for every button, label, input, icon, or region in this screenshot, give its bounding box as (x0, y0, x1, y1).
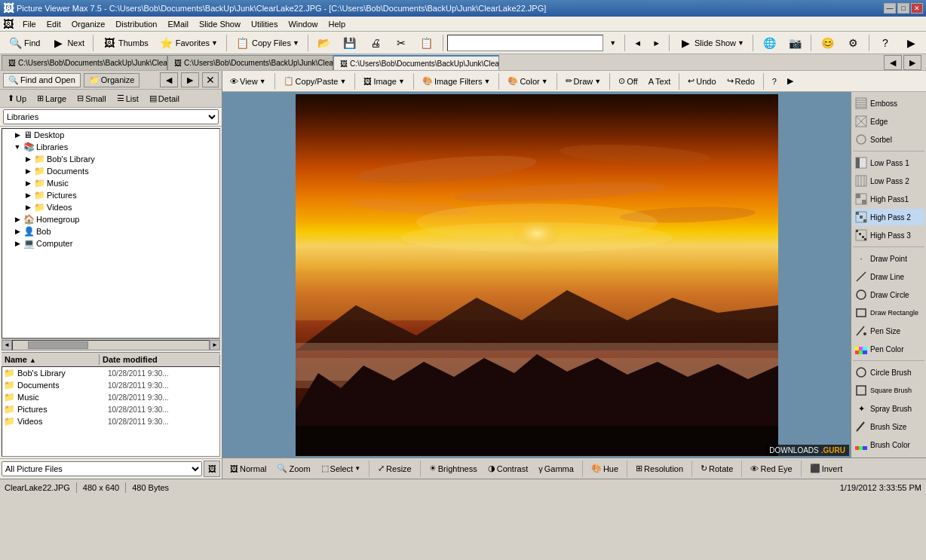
undo-btn[interactable]: ↩ Undo (683, 74, 720, 88)
tree-hscrollbar[interactable]: ◄ ► (2, 338, 220, 350)
help-btn[interactable]: ? (873, 33, 897, 53)
tree-homegroup[interactable]: ▶ 🏠 Homegroup (2, 213, 219, 225)
color-btn[interactable]: 🎨 Color ▼ (503, 74, 552, 88)
expand-homegroup[interactable]: ▶ (13, 216, 22, 223)
image-filters-btn[interactable]: 🎨 Image Filters ▼ (418, 74, 495, 88)
tab-clearlake21[interactable]: 🖼 C:\Users\Bob\Documents\BackUp\Junk\Cle… (167, 55, 333, 70)
tree-computer[interactable]: ▶ 💻 Computer (2, 237, 219, 249)
file-row-pictures[interactable]: 📁 Pictures 10/28/2011 9:30... (2, 403, 219, 415)
tab-clearlake20[interactable]: 🖼 C:\Users\Bob\Documents\BackUp\Junk\Cle… (2, 55, 167, 70)
find-button[interactable]: 🔍 Find (3, 33, 44, 53)
menu-window[interactable]: Window (284, 18, 322, 30)
menu-edit[interactable]: Edit (42, 18, 66, 30)
toolbar-icon-btn1[interactable]: 📂 (312, 33, 336, 53)
rt-draw-line[interactable]: Draw Line (853, 268, 924, 285)
file-row-documents[interactable]: 📁 Documents 10/28/2011 9:30... (2, 379, 219, 391)
copy-paste-btn[interactable]: 📋 Copy/Paste ▼ (279, 74, 351, 88)
rt-emboss[interactable]: Emboss (853, 95, 924, 112)
rt-high-pass-3[interactable]: High Pass 3 (853, 227, 924, 243)
close-button[interactable]: ✕ (911, 3, 923, 14)
draw-btn[interactable]: ✏ Draw ▼ (561, 74, 606, 88)
brightness-btn[interactable]: ☀ Brightness (425, 461, 482, 476)
list-btn[interactable]: ☰ List (112, 91, 143, 106)
expand-videos[interactable]: ▶ (23, 203, 32, 211)
view-btn[interactable]: 👁 View ▼ (225, 75, 271, 88)
rt-sorbel[interactable]: Sorbel (853, 131, 924, 148)
menu-slideshow[interactable]: Slide Show (195, 18, 245, 30)
address-bar[interactable]: C:\Users\Bob\Documents\BackUp\Junk\ (447, 35, 603, 51)
nav-forward-btn[interactable]: ► (648, 36, 665, 50)
expand-desktop[interactable]: ▶ (13, 131, 22, 139)
up-btn[interactable]: ⬆ Up (3, 91, 31, 106)
menu-utilities[interactable]: Utilities (247, 18, 282, 30)
file-row-bobs-library[interactable]: 📁 Bob's Library 10/28/2011 9:30... (2, 367, 219, 379)
normal-btn[interactable]: 🖼 Normal (225, 462, 271, 476)
rt-pen-size[interactable]: Pen Size (853, 323, 924, 339)
red-eye-btn[interactable]: 👁 Red Eye (746, 462, 796, 476)
tree-videos[interactable]: ▶ 📁 Videos (2, 201, 219, 213)
rt-spray-brush[interactable]: ✦ Spray Brush (853, 400, 924, 417)
expand-documents[interactable]: ▶ (23, 167, 32, 175)
rt-draw-point[interactable]: · Draw Point (853, 250, 924, 267)
rt-circle-brush[interactable]: Circle Brush (853, 364, 924, 381)
small-btn[interactable]: ⊟ Small (72, 91, 111, 106)
expand-bob[interactable]: ▶ (13, 228, 22, 235)
rt-edge[interactable]: Edge (853, 113, 924, 130)
rt-draw-circle[interactable]: Draw Circle (853, 286, 924, 303)
detail-btn[interactable]: ▤ Detail (145, 91, 184, 106)
col-name[interactable]: Name ▲ (2, 354, 100, 365)
redo-btn[interactable]: ↪ Redo (722, 74, 759, 88)
expand-music[interactable]: ▶ (23, 179, 32, 187)
rotate-btn[interactable]: ↻ Rotate (696, 461, 737, 476)
select-btn[interactable]: ⬚ Select ▼ (317, 461, 366, 476)
address-dropdown-btn[interactable]: ▼ (605, 37, 621, 49)
hue-btn[interactable]: 🎨 Hue (587, 461, 623, 476)
panel-nav-right[interactable]: ► (181, 72, 199, 87)
hscroll-left-btn[interactable]: ◄ (2, 340, 12, 350)
rt-square-brush[interactable]: Square Brush (853, 382, 924, 399)
filter-icon-btn[interactable]: 🖼 (204, 461, 220, 477)
find-open-btn[interactable]: 🔍 Find and Open (3, 73, 81, 87)
rt-low-pass-1[interactable]: Low Pass 1 (853, 155, 924, 171)
copy-files-button[interactable]: 📋 Copy Files ▼ (231, 33, 304, 53)
rt-draw-rectangle[interactable]: Draw Rectangle (853, 304, 924, 321)
web-btn[interactable]: 🌐 (757, 33, 781, 53)
thumbs-button[interactable]: 🖼 Thumbs (97, 33, 153, 53)
expand-pictures[interactable]: ▶ (23, 191, 32, 199)
libraries-select[interactable]: Libraries (3, 109, 219, 124)
organize-btn[interactable]: 📁 Organize (84, 73, 140, 87)
toolbar-icon-btn5[interactable]: 📋 (415, 33, 439, 53)
toolbar-icon-btn4[interactable]: ✂ (389, 33, 413, 53)
resolution-btn[interactable]: ⊞ Resolution (631, 461, 688, 476)
settings-btn[interactable]: ⚙ (841, 33, 865, 53)
tree-bobs-library[interactable]: ▶ 📁 Bob's Library (2, 153, 219, 165)
menu-distribution[interactable]: Distribution (111, 18, 161, 30)
zoom-btn[interactable]: 🔍 Zoom (272, 461, 314, 476)
filter-select[interactable]: All Picture Files (2, 461, 202, 476)
tree-libraries[interactable]: ▼ 📚 Libraries (2, 141, 219, 153)
rt-low-pass-2[interactable]: Low Pass 2 (853, 173, 924, 189)
toolbar-icon-btn2[interactable]: 💾 (338, 33, 362, 53)
favorites-button[interactable]: ⭐ Favorites ▼ (155, 33, 222, 53)
menu-organize[interactable]: Organize (67, 18, 110, 30)
panel-close[interactable]: ✕ (202, 72, 219, 87)
tree-pictures[interactable]: ▶ 📁 Pictures (2, 189, 219, 201)
hscroll-right-btn[interactable]: ► (210, 340, 220, 350)
menu-help[interactable]: Help (324, 18, 351, 30)
help2-btn[interactable]: ? (768, 75, 781, 88)
file-row-music[interactable]: 📁 Music 10/28/2011 9:30... (2, 391, 219, 403)
expand-computer[interactable]: ▶ (13, 240, 22, 247)
rt-brush-color[interactable]: Brush Color (853, 436, 924, 453)
tree-music[interactable]: ▶ 📁 Music (2, 177, 219, 189)
tree-bob[interactable]: ▶ 👤 Bob (2, 225, 219, 237)
tab-clearlake22[interactable]: 🖼 C:\Users\Bob\Documents\BackUp\Junk\Cle… (333, 55, 499, 70)
tab-nav-right[interactable]: ► (903, 55, 921, 70)
next-button[interactable]: ▶ Next (46, 33, 89, 53)
rt-high-pass-1[interactable]: High Pass1 (853, 191, 924, 207)
invert-btn[interactable]: ⬛ Invert (805, 461, 848, 476)
rt-high-pass-2[interactable]: High Pass 2 (853, 209, 924, 225)
image-btn[interactable]: 🖼 Image ▼ (359, 75, 409, 88)
nav-back-btn[interactable]: ◄ (629, 36, 646, 50)
resize-btn[interactable]: ⤢ Resize (373, 461, 416, 476)
text-btn[interactable]: A Text (644, 75, 676, 88)
